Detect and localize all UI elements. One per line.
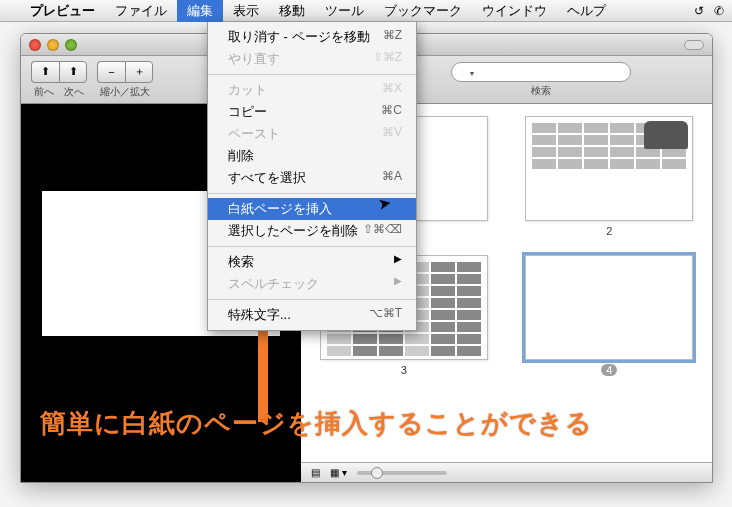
menu-tools[interactable]: ツール [315, 0, 374, 22]
thumbnail-view-icon[interactable]: ▤ [311, 467, 320, 478]
menu-item[interactable]: 選択したページを削除⇧⌘⌫ [208, 220, 416, 242]
menu-item[interactable]: 白紙ページを挿入 [208, 198, 416, 220]
page-thumbnail[interactable]: 4 [525, 255, 693, 376]
menu-item[interactable]: 特殊文字...⌥⌘T [208, 304, 416, 326]
system-menubar: プレビュー ファイル 編集 表示 移動 ツール ブックマーク ウインドウ ヘルプ… [0, 0, 732, 22]
toolbar-label: 縮小／拡大 [100, 85, 150, 99]
annotation-text: 簡単に白紙のページを挿入することができる [40, 406, 593, 441]
menu-item[interactable]: 削除 [208, 145, 416, 167]
menu-go[interactable]: 移動 [269, 0, 315, 22]
menu-item: カット⌘X [208, 79, 416, 101]
sidebar-bottom-bar: ▤ ▦ ▾ [301, 462, 712, 482]
search-input[interactable] [451, 62, 631, 82]
zoom-out-button[interactable]: − [97, 61, 125, 83]
menu-item[interactable]: コピー⌘C [208, 101, 416, 123]
menu-edit[interactable]: 編集 [177, 0, 223, 22]
edit-menu-dropdown: 取り消す - ページを移動⌘Zやり直す⇧⌘Zカット⌘Xコピー⌘Cペースト⌘V削除… [207, 22, 417, 331]
menubar-extra-icon[interactable]: ✆ [714, 4, 724, 18]
menu-bookmarks[interactable]: ブックマーク [374, 0, 472, 22]
thumbnail-page-number: 4 [601, 364, 617, 376]
menu-window[interactable]: ウインドウ [472, 0, 557, 22]
menu-file[interactable]: ファイル [105, 0, 177, 22]
menu-item[interactable]: 取り消す - ページを移動⌘Z [208, 26, 416, 48]
menu-item: ペースト⌘V [208, 123, 416, 145]
app-menu[interactable]: プレビュー [20, 0, 105, 22]
thumbnail-page-number: 3 [396, 364, 412, 376]
back-button[interactable]: ⬆ [31, 61, 59, 83]
thumbnail-page-number: 2 [601, 225, 617, 237]
toolbar-toggle-pill[interactable] [684, 40, 704, 50]
menu-view[interactable]: 表示 [223, 0, 269, 22]
menu-item[interactable]: すべてを選択⌘A [208, 167, 416, 189]
toolbar-label: 前へ 次へ [34, 85, 84, 99]
toolbar-label: 検索 [531, 84, 551, 98]
thumbnail-size-slider[interactable] [357, 471, 447, 475]
minimize-button[interactable] [47, 39, 59, 51]
menu-item: スペルチェック▶ [208, 273, 416, 295]
zoom-in-button[interactable]: ＋ [125, 61, 153, 83]
menu-item: やり直す⇧⌘Z [208, 48, 416, 70]
forward-button[interactable]: ⬆ [59, 61, 87, 83]
search-dropdown-icon[interactable]: ▼ [469, 70, 476, 77]
page-thumbnail[interactable]: 2 [525, 116, 693, 237]
close-button[interactable] [29, 39, 41, 51]
menu-help[interactable]: ヘルプ [557, 0, 616, 22]
zoom-button[interactable] [65, 39, 77, 51]
thumbnail-view-icon[interactable]: ▦ ▾ [330, 467, 347, 478]
menu-item[interactable]: 検索▶ [208, 251, 416, 273]
menubar-extra-icon[interactable]: ↺ [694, 4, 704, 18]
